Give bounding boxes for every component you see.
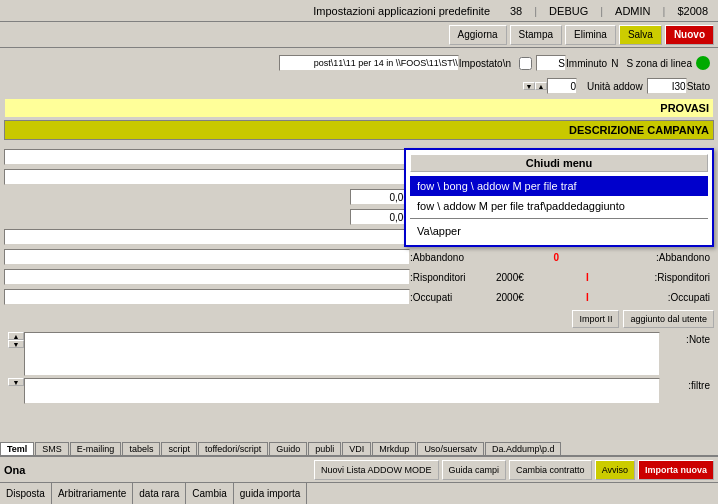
status-cell-data: data rara bbox=[133, 483, 186, 504]
menu-sep-2: | bbox=[598, 5, 605, 17]
tab-mrkdup[interactable]: Mrkdup bbox=[372, 442, 416, 455]
status-cell-arb: Arbitrariamente bbox=[52, 483, 133, 504]
zona-label: S zona di linea bbox=[626, 58, 692, 69]
ona-text: Ona bbox=[4, 464, 25, 476]
risponditori-r-value: I bbox=[524, 272, 589, 283]
abbandono-input[interactable] bbox=[4, 249, 410, 265]
units-input[interactable] bbox=[547, 78, 577, 94]
occ-sub: 2000€ bbox=[496, 292, 524, 303]
tab-teml[interactable]: Teml bbox=[0, 442, 34, 455]
menu-sep-1: | bbox=[661, 5, 668, 17]
nuovi-lista-button[interactable]: Nuovi Lista ADDOW MODE bbox=[314, 460, 439, 480]
bottom-tabs-container: Teml SMS E-mailing tabels script toffedo… bbox=[0, 442, 718, 456]
abbandono-label: Abbandono: bbox=[410, 252, 490, 263]
delete-button[interactable]: Elimina bbox=[565, 25, 616, 45]
menu-item-38[interactable]: 38 bbox=[500, 3, 532, 19]
notes-textarea[interactable] bbox=[24, 332, 660, 376]
popup-item-2[interactable]: Va\apper bbox=[410, 221, 708, 241]
minimum-label: Imminuto bbox=[566, 58, 607, 69]
scroll-up[interactable]: ▲ bbox=[8, 332, 24, 340]
tabs-row: Teml SMS E-mailing tabels script toffedo… bbox=[0, 442, 718, 456]
menu-item-debug[interactable]: DEBUG bbox=[539, 3, 598, 19]
popup-title: Chiudi menu bbox=[410, 154, 708, 172]
status-cell-disp: Disposta bbox=[0, 483, 52, 504]
addow-label: Unità addow bbox=[587, 81, 643, 92]
print-button[interactable]: Stampa bbox=[510, 25, 562, 45]
notes-label: Note: bbox=[660, 332, 710, 345]
guida-campi-button[interactable]: Guida campi bbox=[442, 460, 507, 480]
genera-input[interactable] bbox=[4, 149, 410, 165]
risponditori-label: Risponditori: bbox=[410, 272, 490, 283]
path-input[interactable] bbox=[279, 55, 459, 71]
tab-email[interactable]: E-mailing bbox=[70, 442, 122, 455]
co-appunt-input[interactable] bbox=[4, 229, 410, 245]
target-input[interactable] bbox=[4, 169, 410, 185]
tab-vdi[interactable]: VDI bbox=[342, 442, 371, 455]
desc-band: DESCRIZIONE CAMPANYA bbox=[4, 120, 714, 140]
impostato-checkbox[interactable] bbox=[519, 57, 532, 70]
numeric-label: N bbox=[611, 58, 618, 69]
filter-scroll-dn[interactable]: ▼ bbox=[8, 378, 24, 386]
scroll-dn[interactable]: ▼ bbox=[8, 340, 24, 348]
importa-nuova-button[interactable]: Importa nuova bbox=[638, 460, 714, 480]
filter-label: filtre: bbox=[660, 378, 710, 391]
tab-uso[interactable]: Uso/suersatv bbox=[417, 442, 484, 455]
aggiunto-button[interactable]: aggiunto dal utente bbox=[623, 310, 714, 328]
popup-divider bbox=[410, 218, 708, 219]
abbandono-r-value: 0 bbox=[494, 252, 559, 263]
yellow-band: PROVASI bbox=[4, 98, 714, 118]
popup-item-1[interactable]: fow \ addow M per file traf\paddedaggiun… bbox=[410, 196, 708, 216]
stato-label: Stato bbox=[687, 81, 710, 92]
popup-item-0[interactable]: fow \ bong \ addow M per file traf bbox=[410, 176, 708, 196]
menu-bar: $2008 | ADMIN | DEBUG | 38 Impostazioni … bbox=[0, 0, 718, 22]
occupati-r-value: I bbox=[524, 292, 589, 303]
menu-item-date[interactable]: $2008 bbox=[667, 3, 718, 19]
tab-da-addump[interactable]: Da.Addump\p.d bbox=[485, 442, 562, 455]
risponditori-input[interactable] bbox=[4, 269, 410, 285]
popup-menu: Chiudi menu fow \ bong \ addow M per fil… bbox=[404, 148, 714, 247]
refresh-button[interactable]: Aggiorna bbox=[449, 25, 507, 45]
stato-input[interactable] bbox=[647, 78, 687, 94]
menu-item-admin[interactable]: ADMIN bbox=[605, 3, 660, 19]
form-section: S zona di linea N Imminuto Impostato\n S… bbox=[0, 48, 718, 146]
risponditori-r-label: Risponditori: bbox=[589, 272, 714, 283]
tab-toffedori[interactable]: toffedori/script bbox=[198, 442, 268, 455]
new-button[interactable]: Nuovo bbox=[665, 25, 714, 45]
min-input[interactable] bbox=[536, 55, 566, 71]
tab-script[interactable]: script bbox=[161, 442, 197, 455]
filter-scrollbar: ▼ bbox=[8, 378, 24, 386]
status-cell-cambia: Cambia bbox=[186, 483, 233, 504]
spinner-up[interactable]: ▲ bbox=[535, 82, 547, 90]
tab-guido[interactable]: Guido bbox=[269, 442, 307, 455]
cambia-contratto-button[interactable]: Cambia contratto bbox=[509, 460, 592, 480]
occupati-label: Occupati: bbox=[410, 292, 490, 303]
abbandono-r-label: Abbandono: bbox=[559, 252, 714, 263]
toolbar: Nuovo Salva Elimina Stampa Aggiorna bbox=[0, 22, 718, 48]
main-container: $2008 | ADMIN | DEBUG | 38 Impostazioni … bbox=[0, 0, 718, 504]
green-indicator bbox=[696, 56, 710, 70]
right-fields: Salvo: € Target: € Co targets: 0 Co lead… bbox=[494, 148, 714, 328]
avviso-button[interactable]: Avviso bbox=[595, 460, 635, 480]
occupati-r-label: Occupati: bbox=[589, 292, 714, 303]
status-bar: Disposta Arbitrariamente data rara Cambi… bbox=[0, 482, 718, 504]
main-window: Nuovo Salva Elimina Stampa Aggiorna S zo… bbox=[0, 22, 718, 482]
impostato-label: Impostato\n bbox=[459, 58, 511, 69]
save-button[interactable]: Salva bbox=[619, 25, 662, 45]
status-cell-guida: guida importa bbox=[234, 483, 308, 504]
action-bar: Importa nuova Avviso Cambia contratto Gu… bbox=[0, 456, 718, 482]
tab-publi[interactable]: publi bbox=[308, 442, 341, 455]
menu-sep-3: | bbox=[532, 5, 539, 17]
notes-section: Note: ▲ ▼ filtre: ▼ bbox=[0, 330, 718, 408]
filter-textarea[interactable] bbox=[24, 378, 660, 404]
tab-sms[interactable]: SMS bbox=[35, 442, 69, 455]
spinner-dn[interactable]: ▼ bbox=[523, 82, 535, 90]
menu-item-settings[interactable]: Impostazioni applicazioni predefinite bbox=[303, 3, 500, 19]
occupati-input[interactable] bbox=[4, 289, 410, 305]
two-col-form: Generale: Target: Co targets: Co leads: … bbox=[0, 146, 718, 330]
tab-tabels[interactable]: tabels bbox=[122, 442, 160, 455]
import-button[interactable]: Import II bbox=[572, 310, 619, 328]
co-leads-input[interactable] bbox=[350, 209, 410, 225]
notes-scrollbar: ▲ ▼ bbox=[8, 332, 24, 348]
co-target-input[interactable] bbox=[350, 189, 410, 205]
risp-sub: 2000€ bbox=[496, 272, 524, 283]
